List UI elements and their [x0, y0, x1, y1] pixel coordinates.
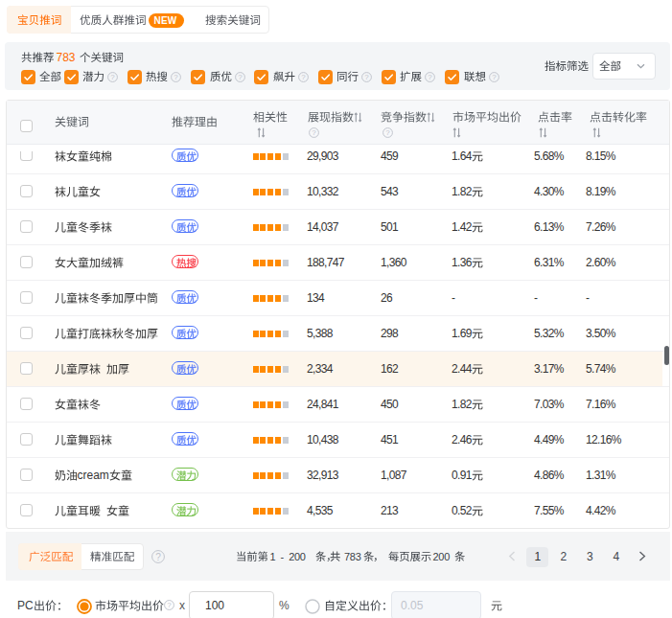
svg-text:?: ? [155, 551, 161, 561]
svg-text:?: ? [174, 73, 179, 81]
svg-text:?: ? [312, 128, 316, 137]
svg-text:?: ? [492, 73, 497, 81]
svg-text:?: ? [110, 73, 115, 81]
svg-text:?: ? [429, 73, 433, 81]
svg-text:?: ? [167, 602, 172, 610]
svg-text:?: ? [364, 73, 369, 81]
svg-text:?: ? [301, 73, 306, 81]
svg-text:?: ? [385, 128, 390, 137]
svg-text:?: ? [238, 73, 243, 81]
